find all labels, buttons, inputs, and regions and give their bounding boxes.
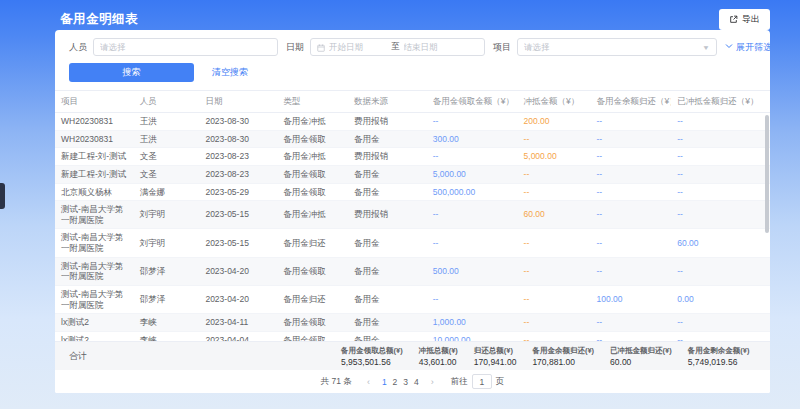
cell-source: 费用报销: [348, 148, 427, 166]
project-label: 项目: [493, 41, 511, 54]
cell-offset: --: [518, 165, 591, 183]
column-header-2: 日期: [199, 91, 277, 113]
cell-received: 500,000.00: [427, 183, 518, 201]
date-start-input[interactable]: [329, 42, 387, 52]
cell-project: lx测试2: [55, 314, 134, 332]
page-button-3[interactable]: 3: [400, 377, 411, 387]
table-row[interactable]: 新建工程-刘-测试文圣2023-08-23备用金冲抵费用报销--5,000.00…: [55, 148, 770, 166]
cell-person: 文圣: [134, 165, 200, 183]
goto-suffix: 页: [496, 376, 505, 388]
project-input[interactable]: [524, 42, 702, 52]
cell-balance_return: --: [590, 201, 671, 229]
cell-offset: --: [518, 183, 591, 201]
page-button-2[interactable]: 2: [390, 377, 401, 387]
cell-source: 备用金: [348, 183, 427, 201]
page-button-4[interactable]: 4: [411, 377, 422, 387]
export-button-label: 导出: [742, 13, 760, 26]
cell-received: 300.00: [427, 130, 518, 148]
table-row[interactable]: 北京顺义杨林满金娜2023-05-29备用金领取备用金500,000.00---…: [55, 183, 770, 201]
cell-project: 测试-南昌大学第一附属医院: [55, 285, 134, 313]
cell-source: 备用金: [348, 331, 427, 341]
side-drawer-handle[interactable]: [0, 183, 5, 209]
cell-received: --: [427, 285, 518, 313]
cell-person: 刘宇明: [134, 229, 200, 257]
table-row[interactable]: 测试-南昌大学第一附属医院邵梦泽2023-04-20备用金领取备用金500.00…: [55, 257, 770, 285]
cell-balance_return: --: [590, 331, 671, 341]
next-page-button[interactable]: ›: [429, 377, 436, 387]
chevron-down-icon: [725, 42, 733, 52]
cell-project: 测试-南昌大学第一附属医院: [55, 229, 134, 257]
filter-bar: 人员 日期 至 项目 ▼: [55, 30, 770, 90]
cell-offset: --: [518, 229, 591, 257]
topbar: 备用金明细表 导出: [60, 8, 770, 30]
cell-date: 2023-04-20: [199, 257, 277, 285]
table-row[interactable]: WH20230831王洪2023-08-30备用金领取备用金300.00----…: [55, 130, 770, 148]
table-row[interactable]: 测试-南昌大学第一附属医院刘宇明2023-05-15备用金冲抵费用报销--60.…: [55, 201, 770, 229]
cell-person: 李峡: [134, 314, 200, 332]
summary-total-label: 归还总额(¥): [474, 346, 517, 356]
vertical-scrollbar[interactable]: [765, 115, 769, 233]
person-select[interactable]: [93, 38, 278, 56]
column-header-4: 数据来源: [348, 91, 427, 113]
search-button[interactable]: 搜索: [69, 63, 194, 82]
table-row[interactable]: lx测试2李峡2023-04-11备用金领取备用金1,000.00------: [55, 314, 770, 332]
cell-received: 500.00: [427, 257, 518, 285]
cell-person: 邵梦泽: [134, 285, 200, 313]
cell-type: 备用金领取: [277, 257, 348, 285]
export-button[interactable]: 导出: [719, 9, 770, 30]
cell-balance_return: --: [590, 148, 671, 166]
table-row[interactable]: 测试-南昌大学第一附属医院邵梦泽2023-04-20备用金归还备用金----10…: [55, 285, 770, 313]
date-end-input[interactable]: [404, 42, 462, 52]
cell-balance_return: --: [590, 165, 671, 183]
pagination-total: 共 71 条: [321, 376, 352, 388]
summary-total-value: 170,881.00: [532, 357, 594, 367]
cell-balance_return: --: [590, 314, 671, 332]
summary-total: 备用金领取总额(¥)5,953,501.56: [341, 346, 403, 367]
page-buttons: 1234: [379, 377, 422, 387]
cell-type: 备用金领取: [277, 331, 348, 341]
page-button-1[interactable]: 1: [379, 377, 390, 387]
summary-total-value: 170,941.00: [474, 357, 517, 367]
cell-project: 新建工程-刘-测试: [55, 165, 134, 183]
table-row[interactable]: WH20230831王洪2023-08-30备用金冲抵费用报销--200.00-…: [55, 113, 770, 131]
cell-date: 2023-04-11: [199, 314, 277, 332]
cell-project: 测试-南昌大学第一附属医院: [55, 257, 134, 285]
cell-offset: 200.00: [518, 113, 591, 131]
date-range-picker[interactable]: 至: [310, 38, 485, 56]
prev-page-button[interactable]: ‹: [365, 377, 372, 387]
goto-prefix: 前往: [451, 376, 468, 388]
cell-received: 5,000.00: [427, 165, 518, 183]
table-body: WH20230831王洪2023-08-30备用金冲抵费用报销--200.00-…: [55, 113, 770, 342]
cell-offset_return: --: [671, 201, 770, 229]
cell-project: WH20230831: [55, 113, 134, 131]
person-input[interactable]: [100, 42, 271, 52]
table-row[interactable]: 测试-南昌大学第一附属医院刘宇明2023-05-15备用金归还备用金------…: [55, 229, 770, 257]
cell-date: 2023-05-15: [199, 201, 277, 229]
goto-page-input[interactable]: [472, 374, 492, 389]
cell-source: 备用金: [348, 257, 427, 285]
cell-offset_return: --: [671, 183, 770, 201]
cell-person: 邵梦泽: [134, 257, 200, 285]
summary-total: 备用金余额归还(¥)170,881.00: [532, 346, 594, 367]
expand-filter-link[interactable]: 展开筛选: [725, 41, 770, 54]
table-row[interactable]: 新建工程-刘-测试文圣2023-08-23备用金领取备用金5,000.00---…: [55, 165, 770, 183]
table-row[interactable]: lx测试2李峡2023-04-04备用金领取备用金10,000.00------: [55, 331, 770, 341]
cell-type: 备用金领取: [277, 130, 348, 148]
cell-source: 备用金: [348, 130, 427, 148]
cell-offset: --: [518, 314, 591, 332]
cell-source: 备用金: [348, 229, 427, 257]
cell-offset: --: [518, 331, 591, 341]
project-select[interactable]: ▼: [517, 38, 717, 56]
summary-total: 冲抵总额(¥)43,601.00: [419, 346, 458, 367]
clear-search-link[interactable]: 清空搜索: [212, 66, 248, 79]
cell-date: 2023-04-04: [199, 331, 277, 341]
cell-person: 王洪: [134, 113, 200, 131]
cell-person: 文圣: [134, 148, 200, 166]
cell-offset_return: --: [671, 113, 770, 131]
page-title: 备用金明细表: [60, 11, 138, 28]
column-header-1: 人员: [134, 91, 200, 113]
data-table: 项目人员日期类型数据来源备用金领取金额（¥）冲抵金额（¥）备用金余额归还（¥）已…: [55, 91, 770, 341]
cell-offset_return: 60.00: [671, 229, 770, 257]
summary-total-label: 已冲抵金额归还(¥): [610, 346, 672, 356]
date-label: 日期: [286, 41, 304, 54]
